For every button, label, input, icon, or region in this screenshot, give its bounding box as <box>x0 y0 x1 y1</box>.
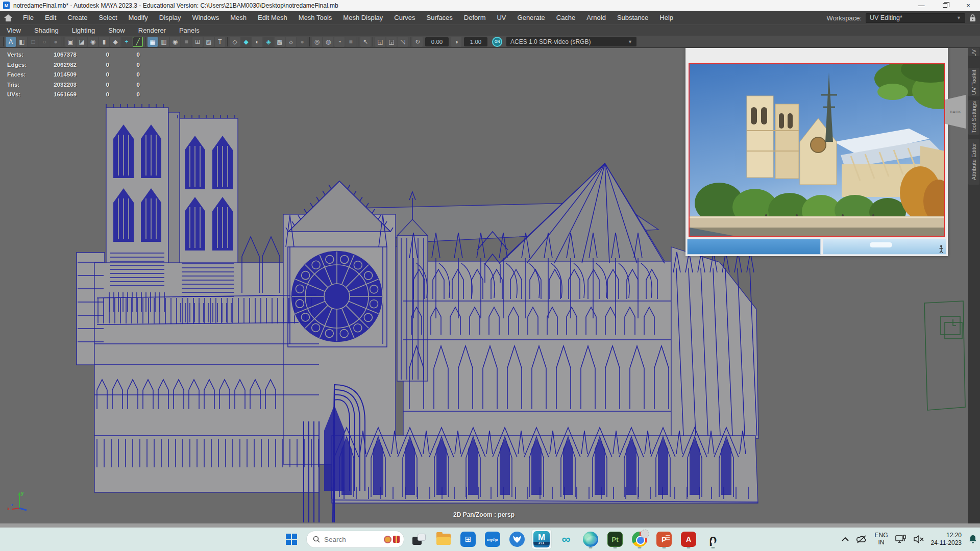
grid-display-icon[interactable]: ▦ <box>148 37 158 47</box>
camera-previous-icon[interactable]: ▣ <box>65 37 76 47</box>
substance-painter-button[interactable]: Pt <box>605 530 625 549</box>
panel-menu-shading[interactable]: Shading <box>28 27 65 34</box>
panel-menu-renderer[interactable]: Renderer <box>132 27 173 34</box>
checker-display-icon[interactable]: ▩ <box>275 37 285 47</box>
marquee-select-icon[interactable]: ◧ <box>17 37 27 47</box>
start-button[interactable] <box>282 530 301 549</box>
myhp-button[interactable]: myhp <box>483 530 502 549</box>
tab-uv-toolkit[interactable]: UV Toolkit <box>968 68 979 96</box>
view-transform-select[interactable]: ACES 1.0 SDR-video (sRGB)▼ <box>506 37 636 46</box>
menu-create[interactable]: Create <box>62 11 93 24</box>
menu-help[interactable]: Help <box>654 11 679 24</box>
task-view-button[interactable] <box>409 530 429 549</box>
menu-uv[interactable]: UV <box>491 11 511 24</box>
exposure-icon[interactable]: ↻ <box>412 37 423 47</box>
lasso-select-icon[interactable]: □ <box>28 37 38 47</box>
menu-mesh[interactable]: Mesh <box>225 11 252 24</box>
reference-image-panel[interactable]: BACK <box>685 48 948 256</box>
search-input[interactable] <box>324 536 380 543</box>
xray-icon[interactable]: ◎ <box>312 37 322 47</box>
film-gate-icon[interactable]: ▥ <box>159 37 169 47</box>
image-plane-wireframe[interactable] <box>921 299 970 413</box>
xray-joints-icon[interactable]: ◍ <box>323 37 333 47</box>
tab-tool-settings[interactable]: Tool Settings <box>968 100 979 135</box>
highlight-selection-icon[interactable]: ↖ <box>360 37 371 47</box>
uv-move-tool-icon[interactable]: + <box>121 37 132 47</box>
home-icon[interactable] <box>4 14 12 21</box>
page-flip-flap[interactable]: BACK <box>945 95 966 129</box>
panel-menu-show[interactable]: Show <box>102 27 132 34</box>
menu-generate[interactable]: Generate <box>512 11 551 24</box>
brush-select-icon[interactable]: ● <box>51 37 61 47</box>
menu-edit[interactable]: Edit <box>39 11 62 24</box>
powerpoint-button[interactable]: P <box>654 530 674 549</box>
notification-bell-icon[interactable] <box>969 535 977 544</box>
paint-select-icon[interactable]: ○ <box>39 37 50 47</box>
chrome-button[interactable] <box>630 530 649 549</box>
edge-button[interactable] <box>581 530 600 549</box>
plate-mask-icon[interactable]: ■ <box>346 37 356 47</box>
menu-display[interactable]: Display <box>154 11 187 24</box>
color-management-toggle[interactable]: ON <box>492 37 502 47</box>
tab-uv-editor[interactable]: UV Editor <box>968 48 979 56</box>
sky-thumbnail-right[interactable] <box>823 239 946 255</box>
taskbar-search[interactable] <box>306 531 404 548</box>
shaded-mode-icon[interactable]: ◆ <box>241 37 251 47</box>
pencil-context-icon[interactable]: ╱ <box>133 37 143 47</box>
panel-menu-lighting[interactable]: Lighting <box>65 27 102 34</box>
menu-substance[interactable]: Substance <box>611 11 654 24</box>
acrobat-button[interactable]: A <box>679 530 698 549</box>
pan-zoom-icon[interactable]: ◹ <box>398 37 408 47</box>
camera-attributes-icon[interactable]: ◉ <box>88 37 98 47</box>
material-mode-icon[interactable]: ◐ <box>252 37 262 47</box>
menu-cache[interactable]: Cache <box>551 11 581 24</box>
menu-file[interactable]: File <box>17 11 39 24</box>
sparx-app-button[interactable] <box>507 530 527 549</box>
menu-surfaces[interactable]: Surfaces <box>421 11 458 24</box>
use-all-lights-icon[interactable]: ☼ <box>286 37 296 47</box>
menu-select[interactable]: Select <box>93 11 122 24</box>
menu-windows[interactable]: Windows <box>186 11 225 24</box>
menu-modify[interactable]: Modify <box>123 11 154 24</box>
menu-mesh-tools[interactable]: Mesh Tools <box>293 11 338 24</box>
gate-mask-icon[interactable]: ■ <box>181 37 191 47</box>
reference-thumbnails[interactable] <box>687 239 946 255</box>
contrast-icon[interactable]: ◑ <box>451 37 461 47</box>
rho-app-button[interactable]: ρ <box>703 530 723 549</box>
language-indicator[interactable]: ENGIN <box>874 532 888 546</box>
lock-icon[interactable] <box>969 14 976 22</box>
sky-thumbnail-left[interactable] <box>687 239 821 255</box>
minimize-button[interactable]: — <box>910 0 933 11</box>
select-by-component-icon[interactable]: A <box>6 37 16 47</box>
panel-menu-panels[interactable]: Panels <box>173 27 206 34</box>
wireframe-mode-icon[interactable]: ◇ <box>230 37 240 47</box>
sculpt-display-icon[interactable]: ◆ <box>110 37 120 47</box>
isolate-add-icon[interactable]: ◲ <box>386 37 397 47</box>
image-plane-icon[interactable]: ▨ <box>204 37 214 47</box>
panel-menu-view[interactable]: View <box>0 27 28 34</box>
gamma-field[interactable]: 1.00 <box>464 37 487 46</box>
onedrive-offline-icon[interactable] <box>856 535 867 543</box>
menu-curves[interactable]: Curves <box>388 11 421 24</box>
menu-deform[interactable]: Deform <box>458 11 492 24</box>
camera-lock-icon[interactable]: ◪ <box>77 37 87 47</box>
hud-text-icon[interactable]: T <box>215 37 225 47</box>
notredame-wireframe-model[interactable] <box>46 79 771 522</box>
network-icon[interactable] <box>895 535 906 544</box>
tray-chevron-up-icon[interactable] <box>842 537 849 541</box>
xray-active-icon[interactable]: ◔ <box>334 37 345 47</box>
clock-date[interactable]: 12:20 24-11-2023 <box>931 532 962 547</box>
isolate-select-icon[interactable]: ◱ <box>375 37 385 47</box>
shadows-icon[interactable]: ● <box>297 37 307 47</box>
menu-edit-mesh[interactable]: Edit Mesh <box>252 11 293 24</box>
file-explorer-button[interactable] <box>434 530 453 549</box>
maya-taskbar-button[interactable]: MAYA <box>532 530 551 549</box>
close-button[interactable]: × <box>957 0 980 11</box>
perspective-viewport[interactable]: Verts:106737800Edges:206298200Faces:1014… <box>0 48 980 523</box>
resolution-gate-icon[interactable]: ◉ <box>170 37 180 47</box>
tab-attribute-editor[interactable]: Attribute Editor <box>968 139 979 185</box>
menu-mesh-display[interactable]: Mesh Display <box>337 11 388 24</box>
restore-button[interactable] <box>933 0 957 11</box>
volume-muted-icon[interactable] <box>914 535 924 543</box>
field-chart-icon[interactable]: ⊞ <box>192 37 203 47</box>
